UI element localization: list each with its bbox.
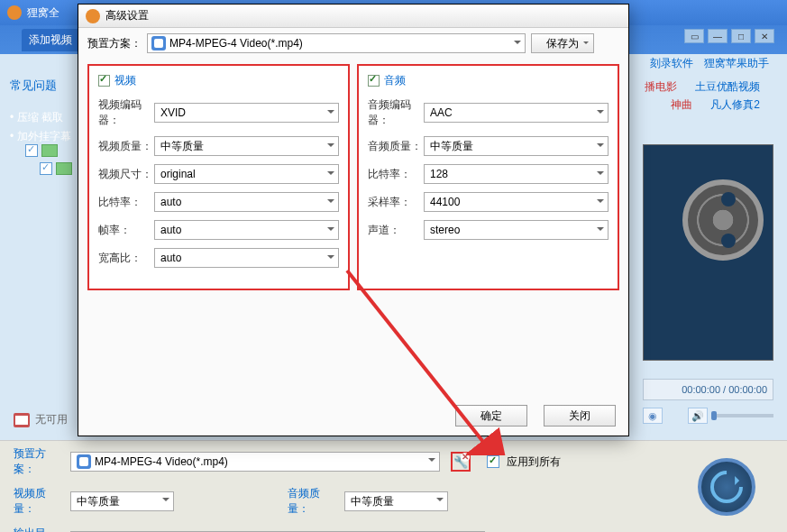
minimize-button[interactable]: — [708, 29, 728, 43]
video-size-select[interactable]: original [154, 164, 339, 184]
link-apple[interactable]: 狸窝苹果助手 [704, 56, 769, 71]
video-bitrate-label: 比特率： [98, 195, 154, 210]
mp4-icon [77, 454, 91, 469]
add-video-tab[interactable]: 添加视频 [22, 29, 79, 51]
video-aspect-select[interactable]: auto [154, 248, 339, 268]
link-burn[interactable]: 刻录软件 [650, 56, 693, 71]
time-display: 00:00:00 / 00:00:00 [643, 379, 773, 400]
audio-channel-select[interactable]: stereo [424, 220, 609, 240]
save-as-button[interactable]: 保存为 [531, 33, 594, 53]
video-quality-label: 视频质量： [98, 139, 154, 154]
file-tree [9, 144, 77, 180]
link-tudou[interactable]: 土豆优酷视频 [695, 79, 760, 95]
audio-encoder-label: 音频编码器： [368, 97, 424, 128]
video-fieldset: 视频 视频编码器： XVID 视频质量： 中等质量 视频尺寸： original… [87, 64, 350, 290]
faq-link[interactable]: 常见问题 [10, 78, 57, 92]
sidebar-compress[interactable]: • 压缩 截取 [10, 110, 71, 125]
dialog-titlebar: 高级设置 [78, 5, 628, 28]
tree-item-2[interactable] [40, 162, 77, 175]
tree-item-1[interactable] [25, 144, 77, 157]
folder-icon [56, 162, 72, 175]
checkbox-icon[interactable] [40, 162, 52, 175]
video-bitrate-select[interactable]: auto [154, 192, 339, 212]
tray-button[interactable]: ▭ [684, 29, 704, 43]
modal-preset-select[interactable]: MP4-MPEG-4 Video(*.mp4) [147, 33, 526, 53]
video-enable-checkbox[interactable] [98, 75, 110, 87]
vq-select[interactable]: 中等质量 [70, 491, 174, 511]
audio-bitrate-select[interactable]: 128 [424, 164, 609, 184]
wrench-icon: 🔧 [453, 455, 468, 469]
preview-pane [643, 144, 773, 361]
film-reel-icon [682, 179, 764, 261]
apply-all-checkbox[interactable] [487, 455, 499, 468]
audio-fieldset: 音频 音频编码器： AAC 音频质量： 中等质量 比特率： 128 采样率： 4… [357, 64, 619, 290]
audio-sample-select[interactable]: 44100 [424, 192, 609, 212]
audio-title: 音频 [384, 73, 406, 88]
snapshot-button[interactable]: ◉ [643, 408, 663, 424]
video-quality-select[interactable]: 中等质量 [154, 136, 339, 156]
dialog-title: 高级设置 [105, 8, 149, 23]
audio-enable-checkbox[interactable] [368, 75, 380, 87]
link-game[interactable]: 凡人修真2 [710, 97, 760, 113]
checkbox-icon[interactable] [25, 144, 38, 157]
ok-button[interactable]: 确定 [455, 405, 527, 427]
volume-button[interactable]: 🔊 [688, 408, 708, 424]
video-fps-label: 帧率： [98, 223, 154, 238]
status-icon [14, 413, 30, 427]
dialog-icon [86, 9, 100, 23]
preset-label: 预置方案： [14, 446, 63, 477]
advanced-settings-button[interactable]: 🔧 [451, 452, 471, 472]
app-title: 狸窝全 [27, 5, 59, 21]
video-encoder-select[interactable]: XVID [154, 103, 339, 123]
sidebar-subtitle[interactable]: • 加外挂字幕 [10, 129, 71, 144]
video-size-label: 视频尺寸： [98, 167, 154, 182]
video-title: 视频 [114, 73, 136, 88]
modal-preset-label: 预置方案： [87, 36, 142, 51]
video-encoder-label: 视频编码器： [98, 97, 154, 128]
mp4-icon [151, 36, 166, 50]
no-available-status: 无可用 [14, 412, 68, 427]
maximize-button[interactable]: □ [731, 29, 751, 43]
preset-select[interactable]: MP4-MPEG-4 Video(*.mp4) [70, 452, 440, 472]
bottom-panel: 预置方案： MP4-MPEG-4 Video(*.mp4) 🔧 应用到所有 视频… [0, 440, 787, 532]
convert-button[interactable] [698, 458, 755, 516]
audio-quality-label: 音频质量： [368, 139, 424, 154]
vq-label: 视频质量： [14, 486, 63, 517]
link-song[interactable]: 神曲 [671, 97, 692, 113]
advanced-settings-dialog: 高级设置 预置方案： MP4-MPEG-4 Video(*.mp4) 保存为 视… [78, 4, 629, 436]
audio-sample-label: 采样率： [368, 195, 424, 210]
audio-bitrate-label: 比特率： [368, 167, 424, 182]
output-label: 输出目录： [14, 526, 63, 532]
audio-channel-label: 声道： [368, 223, 424, 238]
folder-icon [41, 144, 58, 157]
aq-label: 音频质量： [288, 486, 337, 517]
audio-encoder-select[interactable]: AAC [424, 103, 609, 123]
close-button[interactable]: 关闭 [544, 405, 616, 427]
app-logo-icon [7, 5, 22, 20]
audio-quality-select[interactable]: 中等质量 [424, 136, 609, 156]
video-fps-select[interactable]: auto [154, 220, 339, 240]
link-movie[interactable]: 播电影 [645, 79, 677, 95]
convert-icon [704, 464, 750, 510]
aq-select[interactable]: 中等质量 [344, 491, 448, 511]
video-aspect-label: 宽高比： [98, 251, 154, 266]
close-window-button[interactable]: ✕ [755, 29, 774, 43]
apply-all-label: 应用到所有 [507, 454, 561, 470]
volume-slider[interactable] [713, 414, 773, 417]
